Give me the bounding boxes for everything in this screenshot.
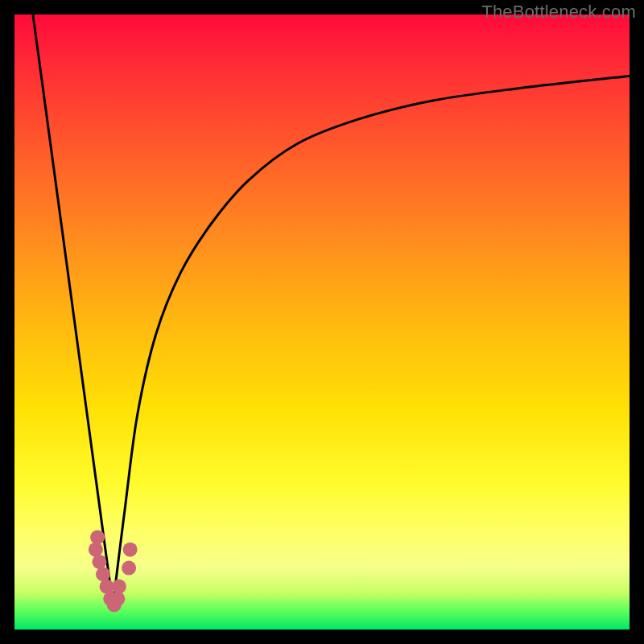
dip-cluster-markers <box>89 530 138 612</box>
marker-dot <box>96 567 110 581</box>
marker-dot <box>90 530 105 544</box>
marker-dot <box>92 555 106 569</box>
series-left-line <box>33 14 113 605</box>
series-right-curve <box>113 76 630 605</box>
watermark-text: TheBottleneck.com <box>481 2 636 23</box>
marker-dot <box>112 580 126 594</box>
chart-svg <box>14 14 630 630</box>
marker-dot <box>123 543 138 557</box>
marker-dot <box>122 561 136 576</box>
marker-dot <box>89 543 103 557</box>
chart-frame: TheBottleneck.com <box>0 0 644 644</box>
plot-area <box>14 14 630 630</box>
marker-dot <box>110 592 125 606</box>
